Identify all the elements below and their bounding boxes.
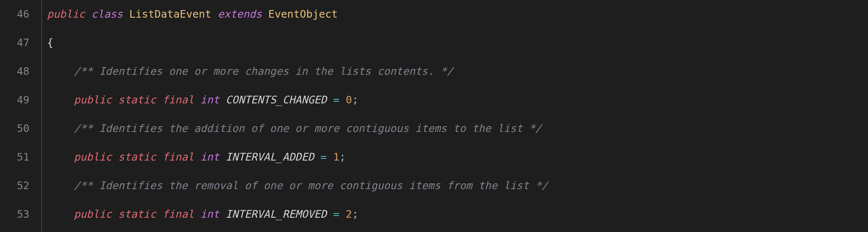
keyword-public: public bbox=[47, 0, 85, 29]
code-editor[interactable]: 46 47 48 49 50 51 52 53 public class Lis… bbox=[0, 0, 868, 232]
type-int: int bbox=[200, 200, 219, 229]
type-int: int bbox=[200, 86, 219, 114]
javadoc-comment: /** Identifies one or more changes in th… bbox=[74, 57, 453, 86]
code-line-51[interactable]: public static final int INTERVAL_ADDED =… bbox=[47, 143, 868, 171]
line-number: 50 bbox=[0, 114, 29, 143]
assign-operator: = bbox=[320, 143, 327, 171]
code-line-53[interactable]: public static final int INTERVAL_REMOVED… bbox=[47, 200, 868, 229]
keyword-public: public bbox=[74, 86, 112, 114]
code-line-47[interactable]: { bbox=[47, 29, 868, 57]
code-content[interactable]: public class ListDataEvent extends Event… bbox=[42, 0, 868, 232]
constant-name: INTERVAL_ADDED bbox=[226, 143, 314, 171]
line-number: 51 bbox=[0, 143, 29, 171]
keyword-static: static bbox=[118, 86, 156, 114]
keyword-final: final bbox=[163, 200, 194, 229]
code-line-48[interactable]: /** Identifies one or more changes in th… bbox=[47, 57, 868, 86]
code-line-46[interactable]: public class ListDataEvent extends Event… bbox=[47, 0, 868, 29]
javadoc-comment: /** Identifies the addition of one or mo… bbox=[74, 114, 542, 143]
semicolon: ; bbox=[352, 86, 358, 114]
line-number: 52 bbox=[0, 171, 29, 200]
number-literal: 1 bbox=[333, 143, 339, 171]
code-line-50[interactable]: /** Identifies the addition of one or mo… bbox=[47, 114, 868, 143]
class-name: ListDataEvent bbox=[129, 0, 212, 29]
keyword-extends: extends bbox=[218, 0, 262, 29]
code-line-49[interactable]: public static final int CONTENTS_CHANGED… bbox=[47, 86, 868, 114]
keyword-public: public bbox=[74, 200, 112, 229]
keyword-static: static bbox=[118, 143, 156, 171]
open-brace: { bbox=[47, 29, 53, 57]
assign-operator: = bbox=[333, 200, 339, 229]
super-class-name: EventObject bbox=[268, 0, 338, 29]
line-number: 53 bbox=[0, 200, 29, 229]
keyword-class: class bbox=[91, 0, 123, 29]
semicolon: ; bbox=[352, 200, 358, 229]
code-line-52[interactable]: /** Identifies the removal of one or mor… bbox=[47, 171, 868, 200]
keyword-final: final bbox=[163, 86, 194, 114]
keyword-final: final bbox=[163, 143, 194, 171]
constant-name: INTERVAL_REMOVED bbox=[226, 200, 327, 229]
semicolon: ; bbox=[339, 143, 346, 171]
type-int: int bbox=[200, 143, 219, 171]
line-number-gutter: 46 47 48 49 50 51 52 53 bbox=[0, 0, 42, 232]
line-number: 46 bbox=[0, 0, 29, 29]
javadoc-comment: /** Identifies the removal of one or mor… bbox=[74, 171, 548, 200]
keyword-static: static bbox=[118, 200, 156, 229]
constant-name: CONTENTS_CHANGED bbox=[226, 86, 327, 114]
line-number: 47 bbox=[0, 29, 29, 57]
line-number: 49 bbox=[0, 86, 29, 114]
number-literal: 2 bbox=[346, 200, 352, 229]
number-literal: 0 bbox=[346, 86, 352, 114]
assign-operator: = bbox=[333, 86, 339, 114]
keyword-public: public bbox=[74, 143, 112, 171]
line-number: 48 bbox=[0, 57, 29, 86]
